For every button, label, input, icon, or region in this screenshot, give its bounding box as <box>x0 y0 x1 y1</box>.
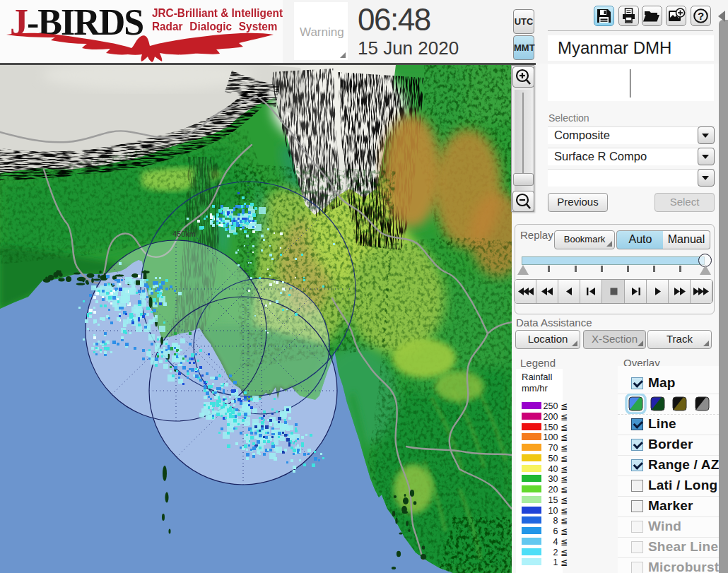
svg-text:450km: 450km <box>172 230 196 238</box>
svg-text:?: ? <box>698 10 704 22</box>
